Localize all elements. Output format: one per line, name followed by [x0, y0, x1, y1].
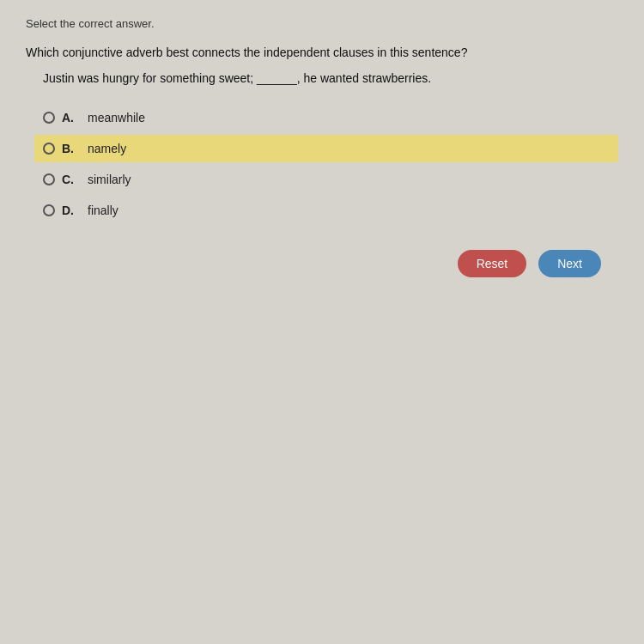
- option-d[interactable]: D. finally: [34, 197, 618, 224]
- instruction-text: Select the correct answer.: [26, 17, 618, 30]
- option-d-label: D.: [62, 204, 79, 217]
- option-a-text: meanwhile: [88, 111, 145, 125]
- option-c-label: C.: [62, 173, 79, 186]
- option-b-label: B.: [62, 142, 79, 155]
- radio-b[interactable]: [43, 143, 55, 155]
- radio-a[interactable]: [43, 112, 55, 124]
- option-c-text: similarly: [88, 173, 131, 186]
- radio-d[interactable]: [43, 204, 55, 216]
- option-b[interactable]: B. namely: [34, 135, 618, 162]
- page-container: Select the correct answer. Which conjunc…: [0, 0, 644, 644]
- sentence-block: Justin was hungry for something sweet; _…: [43, 71, 618, 85]
- option-a-label: A.: [62, 111, 79, 125]
- options-list: A. meanwhile B. namely C. similarly D. f…: [34, 104, 618, 224]
- option-b-text: namely: [88, 142, 126, 155]
- buttons-row: Reset Next: [26, 250, 618, 277]
- option-a[interactable]: A. meanwhile: [34, 104, 618, 131]
- option-d-text: finally: [88, 204, 118, 217]
- reset-button[interactable]: Reset: [458, 250, 527, 277]
- question-text: Which conjunctive adverb best connects t…: [26, 46, 618, 59]
- option-c[interactable]: C. similarly: [34, 166, 618, 193]
- next-button[interactable]: Next: [538, 250, 601, 277]
- radio-c[interactable]: [43, 173, 55, 185]
